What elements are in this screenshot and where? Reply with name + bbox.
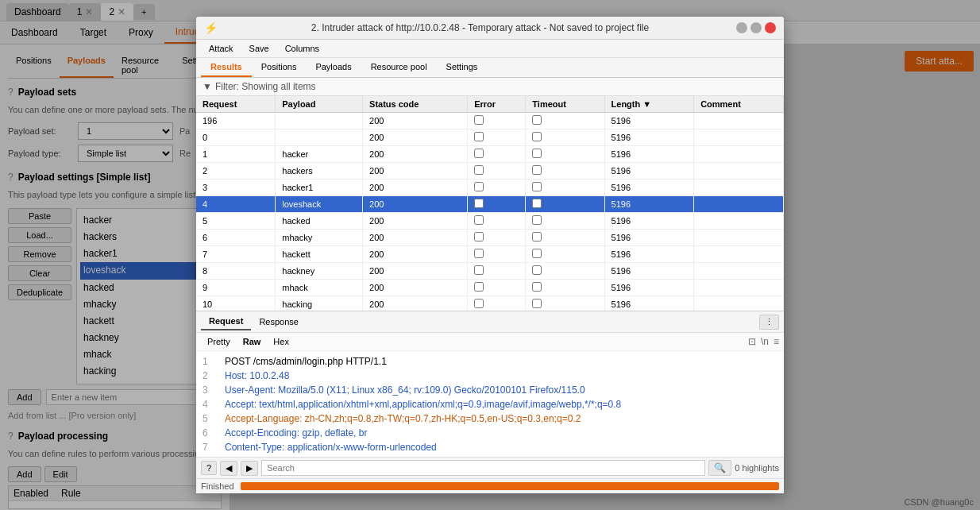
table-row[interactable]: 5 hacked 200 5196 <box>196 213 784 230</box>
timeout-checkbox[interactable] <box>532 249 542 258</box>
cell-request: 4 <box>196 196 276 213</box>
modal-icon: ⚡ <box>204 21 218 34</box>
req-tab[interactable]: Request <box>201 313 251 330</box>
search-input[interactable] <box>261 460 705 476</box>
format-raw[interactable]: Raw <box>237 334 268 349</box>
timeout-checkbox[interactable] <box>532 215 542 225</box>
cell-request: 8 <box>196 263 276 280</box>
line-content: User-Agent: Mozilla/5.0 (X11; Linux x86_… <box>225 383 585 397</box>
menu-attack[interactable]: Attack <box>201 41 241 56</box>
cell-comment <box>694 280 784 296</box>
code-line: 5Accept-Language: zh-CN,zh;q=0.8,zh-TW;q… <box>203 411 777 426</box>
cell-status: 200 <box>363 180 468 196</box>
col-header-request[interactable]: Request <box>196 96 276 113</box>
cell-comment <box>694 263 784 280</box>
col-header-error[interactable]: Error <box>468 96 526 113</box>
code-line: 4Accept: text/html,application/xhtml+xml… <box>203 397 777 411</box>
cell-error <box>468 280 526 296</box>
tab-positions[interactable]: Positions <box>252 58 307 77</box>
req-resp-tabs: Request Response ⋮ <box>196 311 784 333</box>
error-checkbox[interactable] <box>474 165 484 175</box>
cell-status: 200 <box>363 246 468 263</box>
search-help-button[interactable]: ? <box>201 461 217 475</box>
timeout-checkbox[interactable] <box>532 265 542 275</box>
cell-request: 3 <box>196 180 276 196</box>
table-row[interactable]: 9 mhack 200 5196 <box>196 280 784 296</box>
error-checkbox[interactable] <box>474 149 484 158</box>
timeout-checkbox[interactable] <box>532 282 542 292</box>
tab-results[interactable]: Results <box>201 58 252 77</box>
cell-status: 200 <box>363 146 468 163</box>
tab-settings[interactable]: Settings <box>437 58 488 77</box>
format-pretty[interactable]: Pretty <box>201 334 237 349</box>
cell-length: 5196 <box>604 129 694 146</box>
error-checkbox[interactable] <box>474 115 484 125</box>
line-number: 5 <box>203 411 218 426</box>
table-row[interactable]: 4 loveshack 200 5196 <box>196 196 784 213</box>
table-row[interactable]: 196 200 5196 <box>196 113 784 129</box>
cell-request: 0 <box>196 129 276 146</box>
timeout-checkbox[interactable] <box>532 299 542 308</box>
line-number: 3 <box>203 383 218 397</box>
timeout-checkbox[interactable] <box>532 115 542 125</box>
error-checkbox[interactable] <box>474 199 484 208</box>
timeout-checkbox[interactable] <box>532 149 542 158</box>
table-row[interactable]: 3 hacker1 200 5196 <box>196 180 784 196</box>
results-container: Request Payload Status code Error Timeou… <box>196 96 784 493</box>
search-back-button[interactable]: ◀ <box>220 461 237 476</box>
col-header-status[interactable]: Status code <box>363 96 468 113</box>
timeout-checkbox[interactable] <box>532 232 542 241</box>
timeout-checkbox[interactable] <box>532 165 542 175</box>
menu-save[interactable]: Save <box>241 41 277 56</box>
options-button[interactable]: ⋮ <box>759 315 779 330</box>
modal-close-button[interactable] <box>765 22 776 33</box>
timeout-checkbox[interactable] <box>532 182 542 191</box>
col-header-timeout[interactable]: Timeout <box>526 96 604 113</box>
newline-icon[interactable]: \n <box>761 336 769 347</box>
search-go-button[interactable]: 🔍 <box>708 460 731 476</box>
cell-error <box>468 113 526 129</box>
table-row[interactable]: 10 hacking 200 5196 <box>196 296 784 311</box>
filter-bar: ▼ Filter: Showing all items <box>196 78 784 96</box>
cell-length: 5196 <box>604 146 694 163</box>
menu-columns[interactable]: Columns <box>277 41 327 56</box>
table-row[interactable]: 8 hackney 200 5196 <box>196 263 784 280</box>
error-checkbox[interactable] <box>474 182 484 191</box>
col-header-comment[interactable]: Comment <box>694 96 784 113</box>
timeout-checkbox[interactable] <box>532 132 542 141</box>
table-row[interactable]: 6 mhacky 200 5196 <box>196 230 784 246</box>
cell-comment <box>694 213 784 230</box>
modal-minimize-button[interactable] <box>736 22 747 33</box>
error-checkbox[interactable] <box>474 132 484 141</box>
modal-maximize-button[interactable] <box>750 22 762 33</box>
cell-comment <box>694 129 784 146</box>
cell-error <box>468 146 526 163</box>
error-checkbox[interactable] <box>474 232 484 241</box>
wrap-icon[interactable]: ⊡ <box>748 336 756 347</box>
resp-tab[interactable]: Response <box>251 314 307 330</box>
error-checkbox[interactable] <box>474 282 484 292</box>
search-forward-button[interactable]: ▶ <box>241 461 258 476</box>
cell-request: 5 <box>196 213 276 230</box>
error-checkbox[interactable] <box>474 215 484 225</box>
format-hex[interactable]: Hex <box>267 334 295 349</box>
cell-request: 10 <box>196 296 276 311</box>
cell-error <box>468 213 526 230</box>
line-number: 6 <box>203 426 218 440</box>
table-row[interactable]: 1 hacker 200 5196 <box>196 146 784 163</box>
menu-icon[interactable]: ≡ <box>774 336 779 347</box>
timeout-checkbox[interactable] <box>532 199 542 208</box>
table-row[interactable]: 0 200 5196 <box>196 129 784 146</box>
col-header-length[interactable]: Length ▼ <box>604 96 694 113</box>
cell-status: 200 <box>363 230 468 246</box>
error-checkbox[interactable] <box>474 249 484 258</box>
cell-payload: hacked <box>276 213 363 230</box>
table-row[interactable]: 7 hackett 200 5196 <box>196 246 784 263</box>
cell-length: 5196 <box>604 296 694 311</box>
tab-payloads[interactable]: Payloads <box>306 58 361 77</box>
col-header-payload[interactable]: Payload <box>276 96 363 113</box>
table-row[interactable]: 2 hackers 200 5196 <box>196 163 784 180</box>
error-checkbox[interactable] <box>474 299 484 308</box>
tab-resource-pool[interactable]: Resource pool <box>361 58 437 77</box>
error-checkbox[interactable] <box>474 265 484 275</box>
